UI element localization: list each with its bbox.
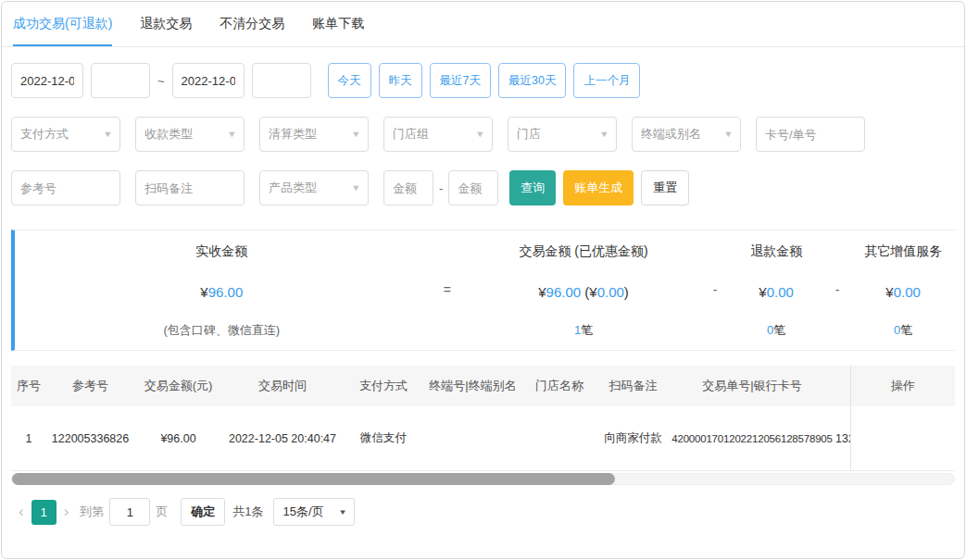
caret-down-icon: ▼: [351, 130, 361, 139]
product-type-label: 产品类型: [269, 180, 317, 196]
store-group-select[interactable]: 门店组 ▼: [383, 117, 493, 152]
received-amount-number: 96.00: [208, 284, 244, 300]
trade-count-unit: 笔: [581, 323, 593, 337]
chevron-left-icon[interactable]: ‹: [13, 503, 30, 521]
end-time-input[interactable]: [252, 63, 311, 98]
cell-payment-method: 微信支付: [343, 430, 424, 446]
terminal-alias-select[interactable]: 终端或别名 ▼: [632, 117, 741, 152]
filter-row-dates: ~ 今天 昨天 最近7天 最近30天 上一个月: [11, 63, 955, 98]
bill-generate-button[interactable]: 账单生成: [563, 170, 634, 205]
confirm-page-button[interactable]: 确定: [181, 498, 225, 526]
minus-sign: -: [823, 280, 851, 299]
scan-note-input[interactable]: [135, 170, 245, 205]
other-services-number: 0.00: [894, 284, 921, 300]
start-time-input[interactable]: [91, 63, 150, 98]
quick-date-buttons: 今天 昨天 最近7天 最近30天 上一个月: [328, 63, 641, 98]
col-operation: 操作: [851, 366, 955, 406]
query-button[interactable]: 查询: [509, 170, 556, 205]
reset-button[interactable]: 重置: [641, 170, 689, 205]
summary-trade: 交易金额 (已优惠金额) ¥96.00 (¥0.00) 1笔: [466, 243, 701, 339]
caret-down-icon: ▼: [103, 130, 113, 139]
table-row[interactable]: 1 122005336826 ¥96.00 2022-12-05 20:40:4…: [11, 406, 955, 471]
summary-refund: 退款金额 ¥0.00 0笔: [729, 243, 823, 339]
col-store-name: 门店名称: [521, 378, 597, 394]
tab-success-transactions[interactable]: 成功交易(可退款): [13, 16, 112, 46]
cell-transaction-no: 4200001701202212056128578905: [669, 433, 835, 444]
cell-scan-note: 向商家付款: [597, 430, 669, 446]
refund-amount-number: 0.00: [767, 284, 794, 300]
page-size-select[interactable]: 15条/页 ▼: [273, 498, 355, 526]
quick-yesterday-button[interactable]: 昨天: [379, 63, 422, 98]
caret-down-icon: ▼: [351, 183, 361, 193]
chevron-right-icon[interactable]: ›: [58, 503, 75, 521]
amount-max-input[interactable]: [448, 170, 498, 205]
refund-count-unit: 笔: [773, 323, 785, 337]
table-header: 序号 参考号 交易金额(元) 交易时间 支付方式 终端号|终端别名 门店名称 扫…: [11, 366, 955, 406]
filter-row-actions: 产品类型 ▼ - 查询 账单生成 重置: [11, 170, 955, 205]
quick-lastmonth-button[interactable]: 上一个月: [573, 63, 640, 98]
currency-symbol: ¥: [538, 284, 546, 300]
other-services-label: 其它增值服务: [864, 243, 942, 260]
tab-unsettled-transactions[interactable]: 不清分交易: [220, 16, 284, 46]
reference-number-input[interactable]: [11, 170, 120, 205]
other-services-count: 0笔: [894, 322, 912, 339]
total-count-label: 共1条: [232, 504, 263, 520]
discount-open: (¥: [584, 284, 596, 300]
start-date-input[interactable]: [11, 63, 83, 98]
caret-down-icon: ▼: [475, 130, 485, 139]
tab-bar: 成功交易(可退款) 退款交易 不清分交易 账单下载: [2, 2, 964, 47]
currency-symbol: ¥: [759, 284, 766, 300]
tab-bill-download[interactable]: 账单下载: [312, 16, 364, 46]
store-select[interactable]: 门店 ▼: [508, 117, 617, 152]
col-payment-method: 支付方式: [343, 378, 424, 394]
equals-sign: =: [429, 280, 467, 299]
col-reference: 参考号: [46, 378, 134, 394]
tab-refund-transactions[interactable]: 退款交易: [140, 16, 192, 46]
received-amount-label: 实收金额: [195, 243, 247, 260]
end-date-input[interactable]: [172, 63, 245, 98]
page-size-value: 15条/页: [283, 504, 324, 520]
receipt-type-select[interactable]: 收款类型 ▼: [135, 117, 245, 152]
col-amount: 交易金额(元): [134, 378, 222, 394]
quick-today-button[interactable]: 今天: [328, 63, 371, 98]
settlement-type-select[interactable]: 清算类型 ▼: [259, 117, 369, 152]
cell-time: 2022-12-05 20:40:47: [222, 432, 343, 445]
store-label: 门店: [517, 126, 541, 143]
terminal-alias-label: 终端或别名: [641, 126, 701, 143]
card-number-input[interactable]: [756, 117, 865, 152]
horizontal-scrollbar-track[interactable]: [11, 473, 955, 485]
cell-amount: ¥96.00: [134, 432, 222, 445]
discount-number: 0.00: [597, 284, 624, 300]
refund-count: 0笔: [767, 322, 785, 339]
summary-other: 其它增值服务 ¥0.00 0笔: [851, 243, 955, 339]
goto-page-label: 到第: [80, 504, 104, 520]
page-unit-label: 页: [156, 504, 168, 520]
goto-page-input[interactable]: [109, 498, 150, 526]
receipt-type-label: 收款类型: [144, 126, 193, 143]
settlement-type-label: 清算类型: [269, 126, 317, 143]
trade-amount-value: ¥96.00 (¥0.00): [538, 284, 629, 300]
summary-received: 实收金额 ¥96.00 (包含口碑、微信直连): [15, 243, 429, 339]
pagination: ‹ 1 › 到第 页 确定 共1条 15条/页 ▼: [13, 498, 964, 526]
trade-count: 1笔: [574, 322, 593, 339]
payment-method-label: 支付方式: [20, 126, 69, 143]
summary-panel: 实收金额 ¥96.00 (包含口碑、微信直连) = 交易金额 (已优惠金额) ¥…: [11, 230, 955, 351]
cell-operation: [851, 406, 955, 471]
quick-last7days-button[interactable]: 最近7天: [430, 63, 491, 98]
other-count-unit: 笔: [900, 323, 912, 337]
transaction-query-page: 成功交易(可退款) 退款交易 不清分交易 账单下载 ~ 今天 昨天 最近7天 最…: [1, 1, 965, 559]
payment-method-select[interactable]: 支付方式 ▼: [11, 117, 120, 152]
quick-last30days-button[interactable]: 最近30天: [498, 63, 566, 98]
product-type-select[interactable]: 产品类型 ▼: [259, 170, 369, 205]
col-index: 序号: [11, 378, 46, 394]
caret-down-icon: ▼: [338, 508, 347, 516]
currency-symbol: ¥: [885, 284, 893, 300]
amount-min-input[interactable]: [383, 170, 433, 205]
store-group-label: 门店组: [393, 126, 429, 143]
trade-amount-label: 交易金额 (已优惠金额): [519, 243, 647, 260]
current-page-button[interactable]: 1: [31, 500, 56, 525]
refund-amount-value: ¥0.00: [759, 284, 794, 300]
filter-row-dropdowns: 支付方式 ▼ 收款类型 ▼ 清算类型 ▼ 门店组 ▼ 门店 ▼ 终端或别名 ▼: [11, 117, 955, 152]
horizontal-scrollbar-thumb[interactable]: [12, 473, 615, 485]
minus-sign: -: [701, 280, 729, 299]
